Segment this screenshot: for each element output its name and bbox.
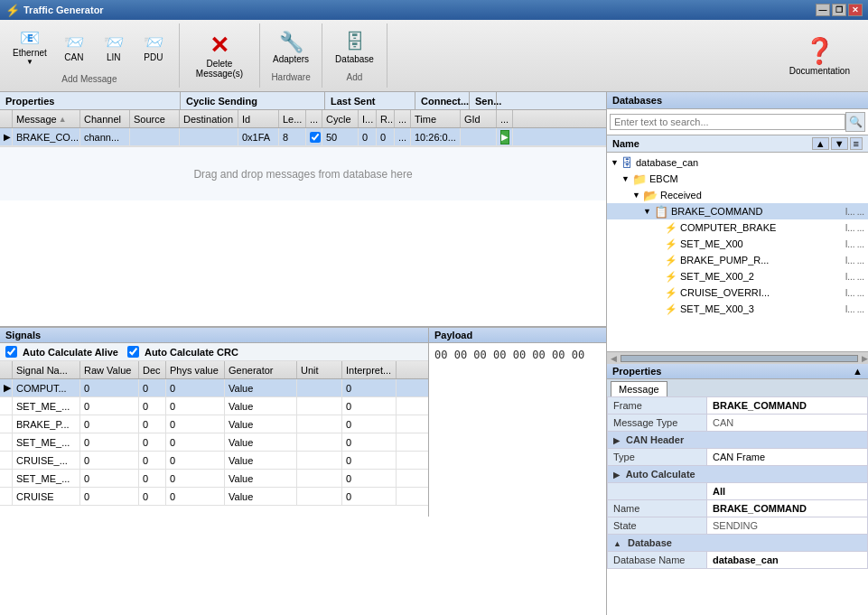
prop-section-auto-label[interactable]: ▶ Auto Calculate	[608, 466, 868, 483]
sig-expander[interactable]: ▶	[0, 379, 13, 396]
signal-row[interactable]: CRUISE 0 0 0 Value 0	[0, 488, 428, 506]
documentation-button[interactable]: ❓ Documentation	[779, 33, 861, 79]
tree-item-set-me-x00[interactable]: ⚡ SET_ME_X00 l... ...	[607, 236, 868, 252]
minimize-button[interactable]: —	[816, 4, 830, 16]
col-expander	[0, 110, 13, 127]
payload-header: Payload	[429, 328, 606, 343]
tree-area: ▼ 🗄 database_can ▼ 📁 EBCM ▼ 📂 Received ▼…	[607, 153, 868, 351]
delete-button[interactable]: ✕ Delete Message(s)	[187, 31, 252, 81]
can-icon: 📨	[64, 34, 84, 51]
tree-item-brake-pump-r[interactable]: ⚡ BRAKE_PUMP_R... l... ...	[607, 252, 868, 268]
sig-col-dec[interactable]: Dec	[139, 361, 166, 378]
properties-collapse[interactable]: ▲	[853, 366, 863, 377]
db-toggle[interactable]: ▼	[611, 158, 621, 167]
signals-panel: Signals Auto Calculate Alive Auto Calcul…	[0, 328, 429, 517]
signal-row[interactable]: SET_ME_... 0 0 0 Value 0	[0, 433, 428, 452]
col-len[interactable]: Le...	[279, 110, 306, 127]
col-source[interactable]: Source	[130, 110, 180, 127]
col-dots2[interactable]: ...	[395, 110, 411, 127]
tree-scroll-down[interactable]: ▼	[831, 137, 848, 150]
database-can-label: database_can	[636, 157, 698, 168]
cell-play[interactable]: ▶	[497, 128, 513, 145]
col-gid[interactable]: GId	[461, 110, 497, 127]
prop-section-db-label[interactable]: ▲ Database	[608, 535, 868, 552]
tree-item-set-me-x00-2[interactable]: ⚡ SET_ME_X00_2 l... ...	[607, 268, 868, 284]
cruise-overri-extra1: l...	[845, 288, 855, 298]
database-button[interactable]: 🗄 Database	[330, 30, 379, 67]
signal-row[interactable]: SET_ME_... 0 0 0 Value 0	[0, 397, 428, 415]
tab-message[interactable]: Message	[611, 381, 667, 396]
lin-button[interactable]: 📨 LIN	[96, 32, 132, 65]
connect-section-header: Connect...	[415, 92, 470, 109]
col-time[interactable]: Time	[411, 110, 461, 127]
close-button[interactable]: ✕	[848, 4, 863, 16]
auto-alive-checkbox[interactable]	[5, 346, 17, 358]
ebcm-label: EBCM	[649, 173, 678, 184]
col-dots3[interactable]: ...	[497, 110, 513, 127]
col-r[interactable]: R...	[377, 110, 395, 127]
sig-col-gen[interactable]: Generator	[225, 361, 297, 378]
auto-alive-checkbox-label[interactable]: Auto Calculate Alive	[5, 346, 118, 358]
tree-menu[interactable]: ≡	[850, 137, 863, 150]
auto-crc-checkbox-label[interactable]: Auto Calculate CRC	[127, 346, 238, 358]
col-channel[interactable]: Channel	[80, 110, 130, 127]
restore-button[interactable]: ❐	[832, 4, 846, 16]
table-row[interactable]: ▶ BRAKE_CO... chann... 0x1FA 8 50 0 0 ..…	[0, 128, 606, 146]
cycle-enable-checkbox[interactable]	[310, 132, 321, 143]
prop-section-can[interactable]: ▶ CAN Header	[608, 432, 868, 449]
sig-dec: 0	[139, 379, 166, 396]
signals-toolbar: Auto Calculate Alive Auto Calculate CRC	[0, 343, 428, 361]
brake-cmd-toggle[interactable]: ▼	[643, 207, 654, 216]
ethernet-button[interactable]: 📧 Ethernet ▼	[7, 27, 52, 69]
col-i[interactable]: I...	[359, 110, 377, 127]
tree-item-database-can[interactable]: ▼ 🗄 database_can	[607, 154, 868, 171]
col-cycle[interactable]: Cycle	[322, 110, 359, 127]
pdu-button[interactable]: 📨 PDU	[135, 32, 172, 65]
signal-row[interactable]: ▶ COMPUT... 0 0 0 Value 0	[0, 379, 428, 397]
ebcm-toggle[interactable]: ▼	[621, 174, 632, 183]
col-message[interactable]: Message▲	[13, 110, 80, 127]
tree-item-computer-brake[interactable]: ⚡ COMPUTER_BRAKE l... ...	[607, 219, 868, 236]
column-headers: Message▲ Channel Source Destination Id L…	[0, 110, 606, 128]
row-expander[interactable]: ▶	[0, 128, 13, 145]
cell-check[interactable]	[306, 128, 322, 145]
can-button[interactable]: 📨 CAN	[56, 32, 92, 65]
col-id[interactable]: Id	[238, 110, 279, 127]
search-bar: 🔍	[607, 109, 868, 135]
prop-section-can-label[interactable]: ▶ CAN Header	[608, 432, 868, 449]
tree-hscrollbar[interactable]: ◀ ▶	[607, 351, 868, 364]
tree-item-ebcm[interactable]: ▼ 📁 EBCM	[607, 171, 868, 187]
sig-col-interp[interactable]: Interpret...	[342, 361, 397, 378]
sig-col-unit[interactable]: Unit	[297, 361, 342, 378]
col-dots1[interactable]: ...	[306, 110, 322, 127]
can-header-toggle[interactable]: ▶	[613, 436, 620, 445]
adapters-button[interactable]: 🔧 Adapters	[267, 30, 314, 67]
col-destination[interactable]: Destination	[180, 110, 238, 127]
prop-section-db[interactable]: ▲ Database	[608, 535, 868, 552]
signal-row[interactable]: SET_ME_... 0 0 0 Value 0	[0, 470, 428, 488]
sig-col-raw[interactable]: Raw Value	[80, 361, 139, 378]
received-toggle[interactable]: ▼	[632, 191, 643, 200]
sig-col-name[interactable]: Signal Na...	[13, 361, 80, 378]
search-button[interactable]: 🔍	[845, 112, 865, 132]
payload-panel: Payload 00 00 00 00 00 00 00 00	[429, 328, 606, 517]
db-section-toggle[interactable]: ▲	[613, 539, 621, 548]
signal-row[interactable]: BRAKE_P... 0 0 0 Value 0	[0, 415, 428, 433]
play-button[interactable]: ▶	[500, 130, 509, 144]
tree-item-brake-command[interactable]: ▼ 📋 BRAKE_COMMAND l... ...	[607, 203, 868, 219]
signal-row[interactable]: CRUISE_... 0 0 0 Value 0	[0, 452, 428, 470]
auto-calc-toggle[interactable]: ▶	[613, 471, 620, 480]
prop-value-frame: BRAKE_COMMAND	[707, 397, 868, 415]
tree-item-received[interactable]: ▼ 📂 Received	[607, 187, 868, 203]
message-table-container: Properties Cyclic Sending Last Sent Conn…	[0, 92, 606, 327]
auto-crc-checkbox[interactable]	[127, 346, 139, 358]
help-icon: ❓	[804, 36, 835, 66]
search-input[interactable]	[610, 114, 845, 130]
brake-cmd-icon: 📋	[654, 205, 668, 219]
tree-scroll-up[interactable]: ▲	[812, 137, 829, 150]
sig-col-phys[interactable]: Phys value	[166, 361, 225, 378]
set-me-x00-2-extra2: ...	[857, 272, 864, 282]
tree-item-cruise-overri[interactable]: ⚡ CRUISE_OVERRI... l... ...	[607, 284, 868, 301]
prop-section-auto[interactable]: ▶ Auto Calculate	[608, 466, 868, 483]
tree-item-set-me-x00-3[interactable]: ⚡ SET_ME_X00_3 l... ...	[607, 301, 868, 317]
